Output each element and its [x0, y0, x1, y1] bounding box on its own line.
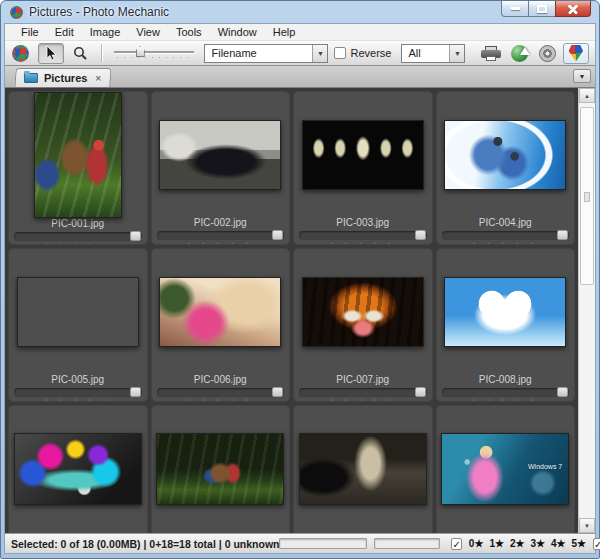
filter-combobox[interactable]: All ▼ — [401, 44, 465, 63]
thumbnail-checkbox[interactable] — [415, 230, 426, 240]
thumbnail-checkbox[interactable] — [130, 387, 141, 397]
menu-help[interactable]: Help — [265, 25, 304, 39]
thumbnail-checkbox[interactable] — [557, 387, 568, 397]
disc-icon — [539, 45, 556, 62]
rating-bar[interactable]: • • • • • — [442, 388, 570, 397]
maximize-icon — [537, 5, 547, 13]
star-rating-placeholder[interactable]: • • • • • — [473, 239, 538, 245]
tab-close-icon[interactable]: × — [95, 73, 101, 83]
filter-value: All — [402, 47, 449, 59]
rating-filter-checkbox[interactable]: ✓ — [451, 538, 461, 550]
thumbnail-cell[interactable]: • • • • • — [151, 405, 291, 533]
thumbnail-image[interactable] — [17, 277, 139, 347]
thumbnail-cell[interactable]: Windows 7 • • • • • — [436, 405, 576, 533]
menu-window[interactable]: Window — [210, 25, 265, 39]
thumbnail-cell[interactable]: PIC-002.jpg • • • • • — [151, 91, 291, 245]
thumbnail-checkbox[interactable] — [557, 230, 568, 240]
minimize-button[interactable] — [501, 1, 529, 17]
star-rating-placeholder[interactable]: • • • • • — [45, 240, 110, 245]
windows7-watermark: Windows 7 — [528, 463, 562, 470]
print-button[interactable] — [477, 43, 503, 64]
star-rating-placeholder[interactable]: • • • • • — [188, 239, 253, 245]
menu-file[interactable]: File — [13, 25, 47, 39]
globe-upload-icon — [511, 45, 528, 62]
thumbnail-image[interactable] — [444, 277, 566, 347]
thumbnail-checkbox[interactable] — [272, 230, 283, 240]
thumbnail-cell[interactable]: PIC-008.jpg • • • • • — [436, 248, 576, 402]
thumbnail-cell[interactable]: PIC-007.jpg • • • • • — [293, 248, 433, 402]
tab-pictures[interactable]: Pictures × — [14, 68, 111, 87]
thumbnail-image[interactable] — [34, 92, 122, 218]
thumbnail-image[interactable] — [159, 120, 281, 190]
rating-bar[interactable]: • • • • • — [14, 232, 142, 241]
thumbnail-cell[interactable]: • • • • • — [293, 405, 433, 533]
star-filter-2[interactable]: 2★ — [510, 538, 525, 549]
thumbnail-cell[interactable]: PIC-003.jpg • • • • • — [293, 91, 433, 245]
slider-thumb[interactable] — [136, 46, 145, 57]
preferences-button[interactable] — [9, 43, 36, 64]
menu-image[interactable]: Image — [82, 25, 129, 39]
rating-bar[interactable]: • • • • • — [157, 231, 285, 240]
toolbar: Filename ▼ Reverse All ▼ — [5, 41, 595, 66]
color-class-button[interactable] — [563, 43, 589, 64]
zoom-tool-button[interactable] — [66, 43, 92, 64]
scrollbar-thumb[interactable] — [580, 107, 594, 285]
thumbnail-image[interactable] — [302, 277, 424, 347]
burn-disc-button[interactable] — [534, 43, 560, 64]
star-rating-placeholder[interactable]: • • • • • — [188, 396, 253, 402]
thumbnail-image[interactable] — [159, 277, 281, 347]
thumbnail-cell[interactable]: PIC-006.jpg • • • • • — [151, 248, 291, 402]
star-filter-0[interactable]: 0★ — [469, 538, 484, 549]
star-filter-5[interactable]: 5★ — [572, 538, 587, 549]
sort-by-combobox[interactable]: Filename ▼ — [204, 44, 328, 63]
close-button[interactable] — [555, 1, 591, 17]
thumbnail-image[interactable] — [14, 433, 142, 505]
menu-tools[interactable]: Tools — [168, 25, 210, 39]
thumbnail-checkbox[interactable] — [272, 387, 283, 397]
thumbnail-image[interactable] — [299, 433, 427, 505]
thumbnail-cell[interactable]: PIC-005.jpg • • • • • — [8, 248, 148, 402]
magnifier-icon — [73, 46, 87, 60]
thumbnail-cell[interactable]: PIC-004.jpg • • • • • — [436, 91, 576, 245]
thumbnail-cell[interactable]: • • • • • — [8, 405, 148, 533]
vertical-scrollbar[interactable]: ▲ ▼ — [578, 88, 595, 533]
rating-bar[interactable]: • • • • • — [442, 231, 570, 240]
reverse-checkbox[interactable] — [334, 47, 346, 59]
scroll-down-button[interactable]: ▼ — [579, 518, 595, 533]
rating-bar[interactable]: • • • • • — [299, 388, 427, 397]
selection-summary: Selected: 0 of 18 (0.00MB) | 0+18=18 tot… — [11, 538, 279, 550]
star-filter-1[interactable]: 1★ — [489, 538, 504, 549]
combo-arrow-icon[interactable]: ▼ — [312, 45, 327, 62]
thumbnail-size-slider[interactable] — [114, 45, 195, 61]
star-rating-placeholder[interactable]: • • • • • — [330, 239, 395, 245]
status-bar: Selected: 0 of 18 (0.00MB) | 0+18=18 tot… — [5, 533, 595, 553]
upload-button[interactable] — [506, 43, 532, 64]
thumbnail-image[interactable] — [302, 120, 424, 190]
menu-edit[interactable]: Edit — [47, 25, 82, 39]
star-rating-placeholder[interactable]: • • • • • — [473, 396, 538, 402]
rating-bar[interactable]: • • • • • — [299, 231, 427, 240]
star-filter-4[interactable]: 4★ — [551, 538, 566, 549]
rating-bar[interactable]: • • • • • — [14, 388, 142, 397]
star-rating-placeholder[interactable]: • • • • • — [45, 396, 110, 402]
tab-overflow-button[interactable]: ▼ — [573, 69, 591, 83]
menu-view[interactable]: View — [128, 25, 168, 39]
thumbnail-image[interactable] — [444, 120, 566, 190]
app-logo-icon — [10, 6, 23, 19]
color-filter-checkbox[interactable]: ✓ — [593, 538, 600, 550]
combo-arrow-icon[interactable]: ▼ — [449, 45, 464, 62]
title-bar[interactable]: Pictures - Photo Mechanic — [4, 1, 596, 23]
rating-bar[interactable]: • • • • • — [157, 388, 285, 397]
thumbnail-checkbox[interactable] — [130, 231, 141, 241]
thumbnail-checkbox[interactable] — [415, 387, 426, 397]
thumbnail-image[interactable] — [156, 433, 284, 505]
thumbnail-cell[interactable]: PIC-001.jpg • • • • • — [8, 91, 148, 245]
scrollbar-track[interactable] — [579, 103, 595, 518]
client-area: File Edit Image View Tools Window Help — [4, 23, 596, 554]
scroll-up-button[interactable]: ▲ — [579, 88, 595, 103]
thumbnail-image[interactable]: Windows 7 — [441, 433, 569, 505]
arrow-tool-button[interactable] — [38, 43, 64, 64]
maximize-button[interactable] — [529, 1, 555, 17]
star-filter-3[interactable]: 3★ — [530, 538, 545, 549]
star-rating-placeholder[interactable]: • • • • • — [330, 396, 395, 402]
